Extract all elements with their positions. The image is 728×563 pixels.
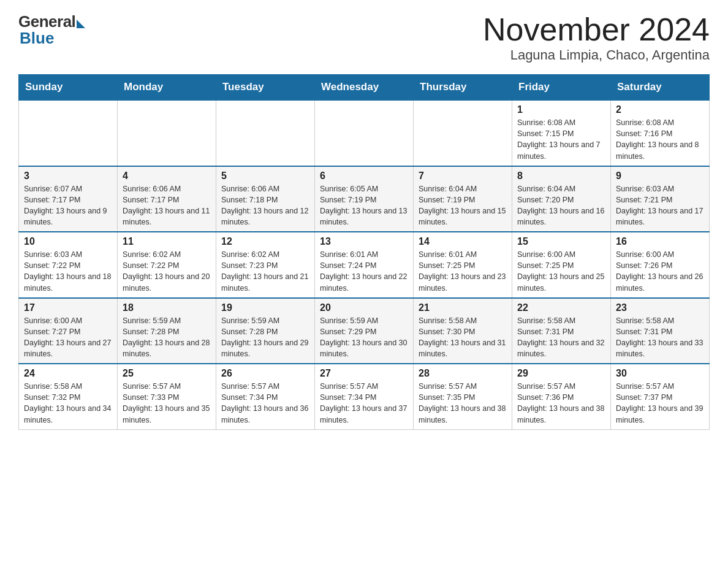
day-info: Sunrise: 6:04 AM Sunset: 7:19 PM Dayligh… (419, 183, 507, 228)
day-number: 13 (320, 236, 408, 247)
calendar-cell: 9Sunrise: 6:03 AM Sunset: 7:21 PM Daylig… (611, 166, 710, 232)
day-number: 9 (616, 170, 704, 182)
calendar-cell (118, 100, 216, 166)
day-number: 26 (221, 368, 309, 379)
day-number: 8 (517, 170, 605, 182)
day-info: Sunrise: 6:05 AM Sunset: 7:19 PM Dayligh… (320, 183, 408, 228)
calendar-cell (414, 100, 512, 166)
day-info: Sunrise: 6:08 AM Sunset: 7:16 PM Dayligh… (616, 117, 704, 162)
day-info: Sunrise: 6:04 AM Sunset: 7:20 PM Dayligh… (517, 183, 605, 228)
day-info: Sunrise: 5:57 AM Sunset: 7:35 PM Dayligh… (419, 381, 507, 426)
calendar-cell: 19Sunrise: 5:59 AM Sunset: 7:28 PM Dayli… (216, 298, 315, 364)
day-number: 15 (517, 236, 605, 247)
column-header-saturday: Saturday (611, 75, 710, 101)
day-info: Sunrise: 6:00 AM Sunset: 7:27 PM Dayligh… (24, 315, 112, 360)
day-number: 3 (24, 170, 112, 182)
day-info: Sunrise: 6:00 AM Sunset: 7:25 PM Dayligh… (517, 249, 605, 294)
calendar-cell: 30Sunrise: 5:57 AM Sunset: 7:37 PM Dayli… (611, 364, 710, 429)
calendar-cell: 25Sunrise: 5:57 AM Sunset: 7:33 PM Dayli… (118, 364, 216, 429)
day-number: 23 (616, 302, 704, 313)
day-number: 11 (123, 236, 211, 247)
day-number: 6 (320, 170, 408, 182)
calendar-cell: 3Sunrise: 6:07 AM Sunset: 7:17 PM Daylig… (19, 166, 118, 232)
day-number: 22 (517, 302, 605, 313)
day-info: Sunrise: 6:07 AM Sunset: 7:17 PM Dayligh… (24, 183, 112, 228)
calendar-cell: 12Sunrise: 6:02 AM Sunset: 7:23 PM Dayli… (216, 232, 315, 298)
calendar-cell: 24Sunrise: 5:58 AM Sunset: 7:32 PM Dayli… (19, 364, 118, 429)
week-row-5: 24Sunrise: 5:58 AM Sunset: 7:32 PM Dayli… (19, 364, 710, 429)
logo-blue-text: Blue (20, 29, 54, 48)
calendar-cell: 21Sunrise: 5:58 AM Sunset: 7:30 PM Dayli… (414, 298, 512, 364)
day-info: Sunrise: 6:03 AM Sunset: 7:21 PM Dayligh… (616, 183, 704, 228)
day-number: 29 (517, 368, 605, 379)
calendar-cell: 4Sunrise: 6:06 AM Sunset: 7:17 PM Daylig… (118, 166, 216, 232)
calendar-cell: 29Sunrise: 5:57 AM Sunset: 7:36 PM Dayli… (512, 364, 611, 429)
day-number: 1 (517, 104, 605, 115)
calendar-cell: 8Sunrise: 6:04 AM Sunset: 7:20 PM Daylig… (512, 166, 611, 232)
page-header: General Blue November 2024 Laguna Limpia… (18, 12, 710, 63)
day-number: 2 (616, 104, 704, 115)
calendar-cell: 5Sunrise: 6:06 AM Sunset: 7:18 PM Daylig… (216, 166, 315, 232)
calendar-cell: 27Sunrise: 5:57 AM Sunset: 7:34 PM Dayli… (315, 364, 414, 429)
calendar-cell (315, 100, 414, 166)
calendar-cell: 7Sunrise: 6:04 AM Sunset: 7:19 PM Daylig… (414, 166, 512, 232)
calendar-cell: 20Sunrise: 5:59 AM Sunset: 7:29 PM Dayli… (315, 298, 414, 364)
day-info: Sunrise: 5:57 AM Sunset: 7:34 PM Dayligh… (221, 381, 309, 426)
day-info: Sunrise: 6:01 AM Sunset: 7:25 PM Dayligh… (419, 249, 507, 294)
calendar-cell: 16Sunrise: 6:00 AM Sunset: 7:26 PM Dayli… (611, 232, 710, 298)
day-info: Sunrise: 6:03 AM Sunset: 7:22 PM Dayligh… (24, 249, 112, 294)
calendar-cell: 11Sunrise: 6:02 AM Sunset: 7:22 PM Dayli… (118, 232, 216, 298)
day-info: Sunrise: 5:59 AM Sunset: 7:28 PM Dayligh… (123, 315, 211, 360)
calendar-cell: 15Sunrise: 6:00 AM Sunset: 7:25 PM Dayli… (512, 232, 611, 298)
calendar-cell: 13Sunrise: 6:01 AM Sunset: 7:24 PM Dayli… (315, 232, 414, 298)
calendar-cell: 17Sunrise: 6:00 AM Sunset: 7:27 PM Dayli… (19, 298, 118, 364)
calendar-header-row: SundayMondayTuesdayWednesdayThursdayFrid… (19, 75, 710, 101)
day-info: Sunrise: 5:58 AM Sunset: 7:31 PM Dayligh… (616, 315, 704, 360)
day-info: Sunrise: 5:57 AM Sunset: 7:36 PM Dayligh… (517, 381, 605, 426)
calendar-cell: 6Sunrise: 6:05 AM Sunset: 7:19 PM Daylig… (315, 166, 414, 232)
day-info: Sunrise: 5:57 AM Sunset: 7:34 PM Dayligh… (320, 381, 408, 426)
day-number: 16 (616, 236, 704, 247)
day-number: 17 (24, 302, 112, 313)
calendar-cell: 18Sunrise: 5:59 AM Sunset: 7:28 PM Dayli… (118, 298, 216, 364)
day-info: Sunrise: 5:58 AM Sunset: 7:30 PM Dayligh… (419, 315, 507, 360)
calendar-cell: 10Sunrise: 6:03 AM Sunset: 7:22 PM Dayli… (19, 232, 118, 298)
day-number: 27 (320, 368, 408, 379)
week-row-1: 1Sunrise: 6:08 AM Sunset: 7:15 PM Daylig… (19, 100, 710, 166)
day-number: 14 (419, 236, 507, 247)
day-number: 19 (221, 302, 309, 313)
day-number: 28 (419, 368, 507, 379)
day-number: 25 (123, 368, 211, 379)
calendar-cell: 26Sunrise: 5:57 AM Sunset: 7:34 PM Dayli… (216, 364, 315, 429)
day-info: Sunrise: 6:02 AM Sunset: 7:23 PM Dayligh… (221, 249, 309, 294)
column-header-monday: Monday (118, 75, 216, 101)
calendar-subtitle: Laguna Limpia, Chaco, Argentina (483, 47, 710, 63)
week-row-4: 17Sunrise: 6:00 AM Sunset: 7:27 PM Dayli… (19, 298, 710, 364)
column-header-friday: Friday (512, 75, 611, 101)
day-info: Sunrise: 5:58 AM Sunset: 7:31 PM Dayligh… (517, 315, 605, 360)
calendar-cell: 23Sunrise: 5:58 AM Sunset: 7:31 PM Dayli… (611, 298, 710, 364)
day-info: Sunrise: 6:06 AM Sunset: 7:18 PM Dayligh… (221, 183, 309, 228)
day-number: 12 (221, 236, 309, 247)
calendar-cell (216, 100, 315, 166)
logo-arrow-icon (77, 20, 85, 28)
day-info: Sunrise: 5:57 AM Sunset: 7:33 PM Dayligh… (123, 381, 211, 426)
day-info: Sunrise: 6:02 AM Sunset: 7:22 PM Dayligh… (123, 249, 211, 294)
calendar-cell: 1Sunrise: 6:08 AM Sunset: 7:15 PM Daylig… (512, 100, 611, 166)
calendar-title: November 2024 (483, 12, 710, 47)
day-number: 4 (123, 170, 211, 182)
column-header-sunday: Sunday (19, 75, 118, 101)
day-number: 21 (419, 302, 507, 313)
day-info: Sunrise: 6:08 AM Sunset: 7:15 PM Dayligh… (517, 117, 605, 162)
week-row-2: 3Sunrise: 6:07 AM Sunset: 7:17 PM Daylig… (19, 166, 710, 232)
day-number: 18 (123, 302, 211, 313)
column-header-thursday: Thursday (414, 75, 512, 101)
day-number: 30 (616, 368, 704, 379)
day-info: Sunrise: 6:06 AM Sunset: 7:17 PM Dayligh… (123, 183, 211, 228)
column-header-wednesday: Wednesday (315, 75, 414, 101)
day-number: 20 (320, 302, 408, 313)
calendar-table: SundayMondayTuesdayWednesdayThursdayFrid… (18, 74, 710, 430)
calendar-cell (19, 100, 118, 166)
day-info: Sunrise: 5:57 AM Sunset: 7:37 PM Dayligh… (616, 381, 704, 426)
calendar-cell: 2Sunrise: 6:08 AM Sunset: 7:16 PM Daylig… (611, 100, 710, 166)
